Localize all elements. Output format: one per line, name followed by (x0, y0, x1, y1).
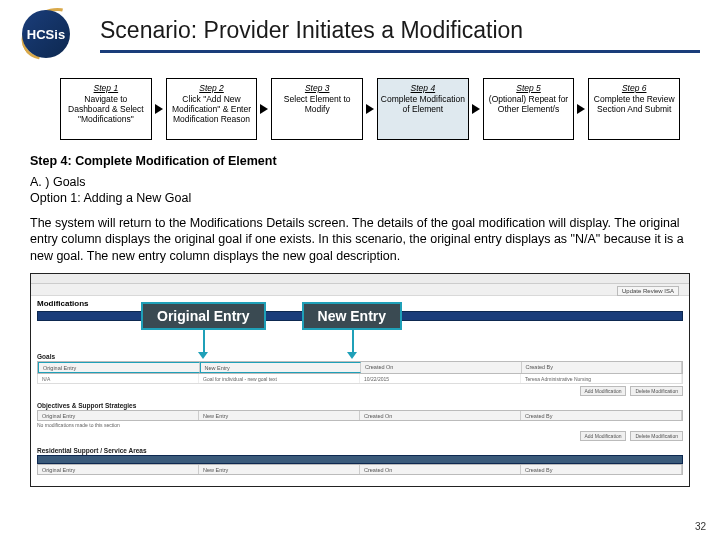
step-box-4: Step 4Complete Modification of Element (377, 78, 469, 140)
step-title: Step 4 (380, 83, 466, 93)
step4-heading: Step 4: Complete Modification of Element (30, 154, 690, 168)
cell-new: Goal for individual - new goal text (199, 374, 360, 383)
step-flow: Step 1Navigate to Dashboard & Select "Mo… (0, 66, 720, 148)
ss-residential-subhead: Residential Support / Service Areas (31, 443, 689, 455)
step-title: Step 3 (274, 83, 360, 93)
step-text: Complete the Review Section And Submit (591, 94, 677, 114)
step-text: Navigate to Dashboard & Select "Modifica… (63, 94, 149, 125)
step-title: Step 1 (63, 83, 149, 93)
delete-modification-button-2[interactable]: Delete Modification (630, 431, 683, 441)
step-text: Complete Modification of Element (380, 94, 466, 114)
chevron-right-icon (577, 104, 585, 114)
add-modification-button-2[interactable]: Add Modification (580, 431, 627, 441)
chevron-right-icon (155, 104, 163, 114)
callout-original-entry: Original Entry (141, 302, 266, 330)
ss-bluebar-2 (37, 455, 683, 464)
ss-grid-row: N/A Goal for individual - new goal text … (37, 374, 683, 384)
step-text: Select Element to Modify (274, 94, 360, 114)
step-box-2: Step 2Click "Add New Modification" & Ent… (166, 78, 258, 140)
page-number: 32 (695, 521, 706, 532)
logo-text: HCSis (27, 27, 65, 42)
cell-original: N/A (38, 374, 199, 383)
col-original-entry: Original Entry (38, 362, 200, 373)
review-isa-pill: Update Review ISA (617, 286, 679, 296)
cell-date: 10/22/2015 (360, 374, 521, 383)
no-modifications-note: No modifications made to this section (31, 421, 689, 429)
ss-grid-header-3: Original Entry New Entry Created On Crea… (37, 464, 683, 475)
col-created-by: Created By (522, 362, 683, 373)
ss-tabstrip (31, 274, 689, 284)
ss-objectives-subhead: Objectives & Support Strategies (31, 398, 689, 410)
ss-goals-subhead: Goals (31, 349, 689, 361)
hcsis-logo: HCSis (20, 8, 86, 62)
ss-navbar (31, 284, 689, 296)
chevron-right-icon (260, 104, 268, 114)
col-created-on: Created On (361, 362, 522, 373)
chevron-right-icon (472, 104, 480, 114)
ss-grid-header-2: Original Entry New Entry Created On Crea… (37, 410, 683, 421)
goals-section-label: A. ) Goals (30, 175, 86, 189)
step-title: Step 2 (169, 83, 255, 93)
page-title: Scenario: Provider Initiates a Modificat… (100, 17, 700, 48)
chevron-right-icon (366, 104, 374, 114)
step-title: Step 5 (486, 83, 572, 93)
step-text: (Optional) Repeat for Other Element/s (486, 94, 572, 114)
step-box-1: Step 1Navigate to Dashboard & Select "Mo… (60, 78, 152, 140)
body-paragraph: The system will return to the Modificati… (30, 215, 690, 266)
callout-new-entry: New Entry (302, 302, 402, 330)
title-underline (100, 50, 700, 53)
embedded-screenshot: Modifications Update Review ISA Original… (30, 273, 690, 487)
add-modification-button[interactable]: Add Modification (580, 386, 627, 396)
delete-modification-button[interactable]: Delete Modification (630, 386, 683, 396)
col-new-entry: New Entry (200, 362, 362, 373)
ss-grid-header: Original Entry New Entry Created On Crea… (37, 361, 683, 374)
cell-author: Teresa Administrative Nursing (521, 374, 682, 383)
step-title: Step 6 (591, 83, 677, 93)
step-box-6: Step 6Complete the Review Section And Su… (588, 78, 680, 140)
step-box-5: Step 5(Optional) Repeat for Other Elemen… (483, 78, 575, 140)
option-label: Option 1: Adding a New Goal (30, 191, 191, 205)
step-box-3: Step 3Select Element to Modify (271, 78, 363, 140)
step-text: Click "Add New Modification" & Enter Mod… (169, 94, 255, 125)
